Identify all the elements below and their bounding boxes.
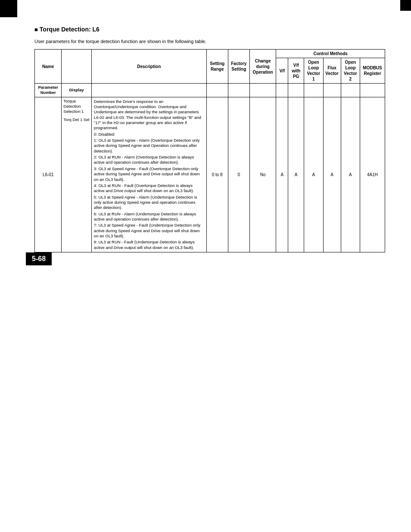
intro-text: User parameters for the torque detection… [34, 39, 385, 44]
change-during-operation: No [249, 97, 276, 252]
vf-with-pg-value: A [288, 97, 304, 252]
table-row: L6-01Torque Detection Selection 1Torq De… [35, 97, 385, 252]
header-sr-placeholder [206, 84, 228, 97]
section-title: Torque Detection: L6 [34, 26, 385, 33]
modbus-register-value: 4A1H [360, 97, 385, 252]
header-olv1-placeholder [304, 84, 323, 97]
header-open-loop-vector-1: Open Loop Vector 1 [304, 58, 323, 84]
header-description: Description [91, 50, 206, 84]
header-display [62, 50, 92, 84]
header-display-label: Display [62, 84, 92, 97]
param-name-display: Torque Detection Selection 1Torq Det 1 S… [62, 97, 92, 252]
header-flux-vector: Flux Vector [323, 58, 341, 84]
header-change-during-operation: Change during Operation [249, 50, 276, 84]
header-olv2-placeholder [341, 84, 360, 97]
header-cdo-placeholder [249, 84, 276, 97]
flux-vector-value: A [323, 97, 341, 252]
header-vf: V/f [276, 58, 288, 84]
page-footer: 5-68 [0, 252, 411, 265]
page-number: 5-68 [26, 252, 52, 265]
factory-setting: 0 [228, 97, 249, 252]
header-mb-placeholder [360, 84, 385, 97]
header-open-loop-vector-2: Open Loop Vector 2 [341, 58, 360, 84]
header-param-number-label: Parameter Number [35, 84, 62, 97]
header-fs-placeholder [228, 84, 249, 97]
header-desc-placeholder [91, 84, 206, 97]
open-loop-vector-1-value: A [304, 97, 323, 252]
header-vf-with-pg: V/f with PG [288, 58, 304, 84]
param-description: Determines the Drive's response to an Ov… [91, 97, 206, 252]
parameter-table: Name Description Setting Range Factory S… [34, 49, 385, 252]
header-fv-placeholder [323, 84, 341, 97]
header-control-methods: Control Methods [276, 50, 385, 58]
header-setting-range: Setting Range [206, 50, 228, 84]
setting-range: 0 to 8 [206, 97, 228, 252]
param-number: L6-01 [35, 97, 62, 252]
open-loop-vector-2-value: A [341, 97, 360, 252]
header-modbus-register: MODBUS Register [360, 58, 385, 84]
header-vfpg-placeholder [288, 84, 304, 97]
header-factory-setting: Factory Setting [228, 50, 249, 84]
header-vf-placeholder [276, 84, 288, 97]
vf-value: A [276, 97, 288, 252]
header-name: Name [35, 50, 62, 84]
